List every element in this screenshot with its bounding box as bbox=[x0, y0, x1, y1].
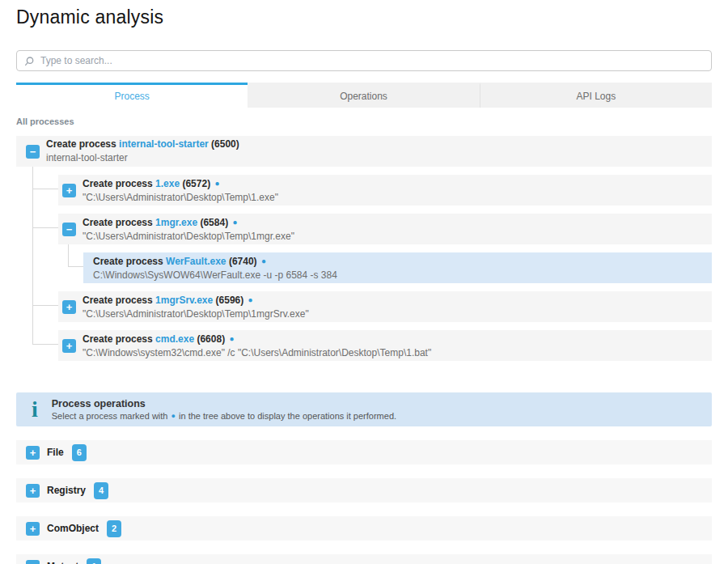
tab-bar: Process Operations API Logs bbox=[16, 83, 712, 108]
count-badge[interactable]: 2 bbox=[107, 520, 121, 537]
info-message: Select a process marked with ● in the tr… bbox=[52, 411, 396, 422]
tree-connector-line bbox=[32, 189, 58, 189]
tab-api-logs[interactable]: API Logs bbox=[480, 83, 712, 108]
tree-connector-line bbox=[32, 227, 58, 228]
process-marker-dot-icon: ● bbox=[171, 412, 176, 420]
tree-connector-line bbox=[32, 167, 33, 344]
process-command-line: "C:\Users\Administrator\Desktop\Temp\1mg… bbox=[83, 231, 294, 243]
process-name-link[interactable]: cmd.exe bbox=[155, 333, 194, 345]
process-pid: (6584) bbox=[200, 217, 228, 228]
process-name-link[interactable]: WerFault.exe bbox=[166, 256, 226, 267]
search-input[interactable] bbox=[40, 55, 704, 66]
process-name-link[interactable]: internal-tool-starter bbox=[119, 138, 209, 150]
process-name-link[interactable]: 1.exe bbox=[155, 178, 180, 189]
process-command-line: "C:\Users\Administrator\Desktop\Temp\1mg… bbox=[83, 308, 309, 320]
expand-button[interactable]: + bbox=[62, 300, 76, 314]
dynamic-analysis-page: Dynamic analysis Process Operations API … bbox=[0, 0, 728, 564]
process-pid: (6740) bbox=[229, 256, 257, 267]
all-processes-label: All processes bbox=[16, 117, 712, 126]
expand-button[interactable]: + bbox=[26, 484, 40, 498]
process-row-1mgrsrv[interactable]: + Create process 1mgrSrv.exe (6596) ● "C… bbox=[58, 291, 712, 322]
process-command-line: "C:\Users\Administrator\Desktop\Temp\1.e… bbox=[83, 192, 278, 204]
section-comobject[interactable]: + ComObject 2 bbox=[16, 516, 712, 541]
count-badge[interactable]: 4 bbox=[94, 482, 108, 499]
process-tree: − Create process internal-tool-starter (… bbox=[16, 136, 712, 361]
section-registry[interactable]: + Registry 4 bbox=[16, 478, 712, 503]
search-box[interactable] bbox=[16, 50, 712, 71]
count-badge[interactable]: 6 bbox=[72, 444, 87, 461]
process-marker-dot-icon: ● bbox=[248, 295, 253, 304]
info-title: Process operations bbox=[52, 398, 396, 409]
process-pid: (6608) bbox=[197, 333, 225, 345]
process-name-link[interactable]: 1mgrSrv.exe bbox=[155, 295, 213, 306]
process-row-werfault[interactable]: Create process WerFault.exe (6740) ● C:\… bbox=[83, 252, 712, 283]
process-operations-info-banner: i Process operations Select a process ma… bbox=[16, 392, 712, 426]
expand-button[interactable]: + bbox=[62, 184, 76, 197]
process-command-line: "C:\Windows\system32\cmd.exe" /c "C:\Use… bbox=[83, 347, 431, 359]
process-command-line: internal-tool-starter bbox=[46, 152, 239, 164]
page-title: Dynamic analysis bbox=[16, 0, 712, 28]
process-marker-dot-icon: ● bbox=[229, 334, 234, 343]
tree-connector-line bbox=[32, 305, 58, 306]
process-marker-dot-icon: ● bbox=[232, 218, 237, 227]
tree-connector-line bbox=[32, 344, 58, 345]
process-row-title: Create process WerFault.exe (6740) ● bbox=[93, 255, 337, 268]
expand-button[interactable]: + bbox=[26, 446, 40, 460]
tree-connector-line bbox=[68, 244, 69, 266]
process-row-1exe[interactable]: + Create process 1.exe (6572) ● "C:\User… bbox=[58, 175, 712, 206]
expand-button[interactable]: + bbox=[26, 560, 40, 564]
process-row-title: Create process cmd.exe (6608) ● bbox=[83, 333, 431, 346]
process-command-line: C:\Windows\SysWOW64\WerFault.exe -u -p 6… bbox=[93, 269, 337, 282]
info-icon: i bbox=[32, 401, 38, 418]
tree-connector-line bbox=[68, 266, 83, 267]
process-marker-dot-icon: ● bbox=[214, 179, 219, 188]
process-pid: (6500) bbox=[211, 138, 239, 150]
process-row-1mgr[interactable]: − Create process 1mgr.exe (6584) ● "C:\U… bbox=[58, 214, 712, 244]
section-label: File bbox=[47, 447, 64, 458]
process-row-cmd[interactable]: + Create process cmd.exe (6608) ● "C:\Wi… bbox=[58, 330, 712, 361]
collapse-button[interactable]: − bbox=[62, 223, 76, 236]
expand-button[interactable]: + bbox=[26, 522, 40, 536]
section-label: ComObject bbox=[47, 523, 99, 534]
tab-process[interactable]: Process bbox=[16, 83, 248, 108]
process-pid: (6596) bbox=[216, 295, 244, 306]
process-pid: (6572) bbox=[182, 178, 210, 189]
count-badge[interactable]: 1 bbox=[87, 558, 101, 564]
process-name-link[interactable]: 1mgr.exe bbox=[155, 217, 197, 228]
process-row-title: Create process internal-tool-starter (65… bbox=[46, 138, 239, 151]
process-row-title: Create process 1mgr.exe (6584) ● bbox=[83, 216, 294, 229]
section-mutant[interactable]: + Mutant 1 bbox=[16, 554, 712, 564]
expand-button[interactable]: + bbox=[62, 339, 76, 353]
collapse-button[interactable]: − bbox=[26, 145, 40, 159]
section-label: Registry bbox=[47, 485, 86, 496]
process-marker-dot-icon: ● bbox=[261, 257, 266, 265]
process-row-title: Create process 1mgrSrv.exe (6596) ● bbox=[83, 294, 309, 307]
search-icon bbox=[24, 56, 35, 66]
section-file[interactable]: + File 6 bbox=[16, 440, 712, 464]
process-row-internal-tool-starter[interactable]: − Create process internal-tool-starter (… bbox=[16, 136, 712, 167]
tab-operations[interactable]: Operations bbox=[248, 83, 479, 108]
section-label: Mutant bbox=[47, 561, 78, 564]
process-row-title: Create process 1.exe (6572) ● bbox=[83, 177, 278, 190]
